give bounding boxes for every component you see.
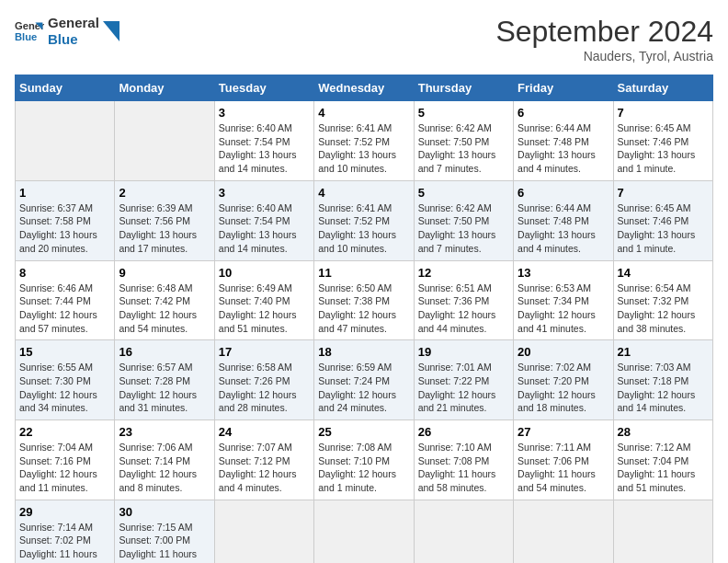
month-title: September 2024 [495, 15, 713, 49]
cell-details: Sunrise: 6:54 AMSunset: 7:32 PMDaylight:… [618, 282, 709, 336]
calendar-cell: 13Sunrise: 6:53 AMSunset: 7:34 PMDayligh… [514, 260, 613, 340]
cell-details: Sunrise: 7:02 AMSunset: 7:20 PMDaylight:… [518, 361, 609, 415]
calendar-row: 8Sunrise: 6:46 AMSunset: 7:44 PMDaylight… [16, 260, 713, 340]
calendar-cell: 28Sunrise: 7:12 AMSunset: 7:04 PMDayligh… [613, 420, 712, 500]
day-number: 7 [618, 106, 709, 120]
calendar-cell: 7Sunrise: 6:45 AMSunset: 7:46 PMDaylight… [613, 180, 712, 260]
calendar-cell [214, 500, 313, 563]
calendar-cell: 3Sunrise: 6:40 AMSunset: 7:54 PMDaylight… [214, 180, 313, 260]
calendar-cell: 14Sunrise: 6:54 AMSunset: 7:32 PMDayligh… [613, 260, 712, 340]
cell-details: Sunrise: 6:59 AMSunset: 7:24 PMDaylight:… [318, 361, 409, 415]
calendar-cell: 12Sunrise: 6:51 AMSunset: 7:36 PMDayligh… [414, 260, 513, 340]
cell-details: Sunrise: 6:51 AMSunset: 7:36 PMDaylight:… [418, 282, 509, 336]
day-number: 2 [119, 186, 210, 200]
day-number: 5 [418, 186, 509, 200]
cell-details: Sunrise: 6:45 AMSunset: 7:46 PMDaylight:… [618, 121, 709, 176]
day-number: 22 [19, 425, 110, 439]
day-number: 14 [618, 266, 709, 280]
cell-details: Sunrise: 6:57 AMSunset: 7:28 PMDaylight:… [119, 361, 210, 415]
calendar-cell: 19Sunrise: 7:01 AMSunset: 7:22 PMDayligh… [414, 340, 513, 420]
calendar-cell [414, 500, 513, 563]
day-number: 15 [19, 345, 110, 359]
logo-text-general: General [48, 15, 99, 31]
calendar-cell [314, 500, 414, 563]
day-number: 24 [219, 425, 310, 439]
cell-details: Sunrise: 7:03 AMSunset: 7:18 PMDaylight:… [618, 361, 709, 415]
cell-details: Sunrise: 7:15 AMSunset: 7:00 PMDaylight:… [119, 521, 210, 563]
col-friday: Friday [514, 75, 613, 101]
cell-details: Sunrise: 7:14 AMSunset: 7:02 PMDaylight:… [19, 521, 110, 563]
svg-marker-3 [103, 21, 119, 41]
calendar-row: 29Sunrise: 7:14 AMSunset: 7:02 PMDayligh… [16, 500, 713, 563]
day-number: 6 [518, 186, 609, 200]
cell-details: Sunrise: 6:41 AMSunset: 7:52 PMDaylight:… [318, 121, 409, 176]
calendar-cell: 16Sunrise: 6:57 AMSunset: 7:28 PMDayligh… [115, 340, 214, 420]
day-number: 16 [119, 345, 210, 359]
calendar-row: 3Sunrise: 6:40 AMSunset: 7:54 PMDaylight… [16, 101, 713, 181]
col-sunday: Sunday [16, 75, 115, 101]
calendar-row: 1Sunrise: 6:37 AMSunset: 7:58 PMDaylight… [16, 180, 713, 260]
day-number: 6 [518, 106, 609, 120]
day-number: 9 [119, 266, 210, 280]
calendar-cell [16, 101, 115, 181]
cell-details: Sunrise: 7:10 AMSunset: 7:08 PMDaylight:… [418, 441, 509, 495]
logo-icon: General Blue [15, 17, 44, 46]
day-number: 18 [318, 345, 409, 359]
col-wednesday: Wednesday [314, 75, 414, 101]
col-tuesday: Tuesday [214, 75, 313, 101]
day-number: 28 [618, 425, 709, 439]
day-number: 21 [618, 345, 709, 359]
cell-details: Sunrise: 6:42 AMSunset: 7:50 PMDaylight:… [418, 121, 509, 176]
calendar-cell: 10Sunrise: 6:49 AMSunset: 7:40 PMDayligh… [214, 260, 313, 340]
calendar-cell: 5Sunrise: 6:42 AMSunset: 7:50 PMDaylight… [414, 101, 513, 181]
calendar-cell: 27Sunrise: 7:11 AMSunset: 7:06 PMDayligh… [514, 420, 613, 500]
calendar-row: 15Sunrise: 6:55 AMSunset: 7:30 PMDayligh… [16, 340, 713, 420]
calendar-cell: 18Sunrise: 6:59 AMSunset: 7:24 PMDayligh… [314, 340, 414, 420]
day-number: 11 [318, 266, 409, 280]
day-number: 13 [518, 266, 609, 280]
cell-details: Sunrise: 6:48 AMSunset: 7:42 PMDaylight:… [119, 282, 210, 336]
day-number: 3 [219, 186, 310, 200]
day-number: 1 [19, 186, 110, 200]
cell-details: Sunrise: 7:04 AMSunset: 7:16 PMDaylight:… [19, 441, 110, 495]
logo-arrow-icon [103, 21, 119, 41]
cell-details: Sunrise: 6:53 AMSunset: 7:34 PMDaylight:… [518, 282, 609, 336]
calendar-cell [514, 500, 613, 563]
col-saturday: Saturday [613, 75, 712, 101]
day-number: 23 [119, 425, 210, 439]
day-number: 27 [518, 425, 609, 439]
day-number: 12 [418, 266, 509, 280]
col-monday: Monday [115, 75, 214, 101]
day-number: 17 [219, 345, 310, 359]
day-number: 3 [219, 106, 310, 120]
calendar-cell: 11Sunrise: 6:50 AMSunset: 7:38 PMDayligh… [314, 260, 414, 340]
calendar-cell [115, 101, 214, 181]
page-header: General Blue General Blue September 2024… [15, 15, 713, 63]
calendar-cell: 9Sunrise: 6:48 AMSunset: 7:42 PMDaylight… [115, 260, 214, 340]
header-row: Sunday Monday Tuesday Wednesday Thursday… [16, 75, 713, 101]
calendar-cell: 4Sunrise: 6:41 AMSunset: 7:52 PMDaylight… [314, 101, 414, 181]
calendar-cell: 21Sunrise: 7:03 AMSunset: 7:18 PMDayligh… [613, 340, 712, 420]
col-thursday: Thursday [414, 75, 513, 101]
day-number: 25 [318, 425, 409, 439]
day-number: 4 [318, 106, 409, 120]
cell-details: Sunrise: 6:40 AMSunset: 7:54 PMDaylight:… [219, 121, 310, 176]
day-number: 29 [19, 505, 110, 519]
day-number: 19 [418, 345, 509, 359]
day-number: 26 [418, 425, 509, 439]
logo-text-blue: Blue [48, 31, 99, 48]
calendar-cell: 4Sunrise: 6:41 AMSunset: 7:52 PMDaylight… [314, 180, 414, 260]
calendar-cell: 15Sunrise: 6:55 AMSunset: 7:30 PMDayligh… [16, 340, 115, 420]
location-subtitle: Nauders, Tyrol, Austria [495, 49, 713, 63]
cell-details: Sunrise: 7:12 AMSunset: 7:04 PMDaylight:… [618, 441, 709, 495]
day-number: 20 [518, 345, 609, 359]
cell-details: Sunrise: 7:11 AMSunset: 7:06 PMDaylight:… [518, 441, 609, 495]
cell-details: Sunrise: 6:49 AMSunset: 7:40 PMDaylight:… [219, 282, 310, 336]
cell-details: Sunrise: 6:37 AMSunset: 7:58 PMDaylight:… [19, 201, 110, 256]
calendar-cell: 3Sunrise: 6:40 AMSunset: 7:54 PMDaylight… [214, 101, 313, 181]
cell-details: Sunrise: 7:07 AMSunset: 7:12 PMDaylight:… [219, 441, 310, 495]
calendar-cell: 24Sunrise: 7:07 AMSunset: 7:12 PMDayligh… [214, 420, 313, 500]
day-number: 10 [219, 266, 310, 280]
calendar-cell: 29Sunrise: 7:14 AMSunset: 7:02 PMDayligh… [16, 500, 115, 563]
calendar-cell: 8Sunrise: 6:46 AMSunset: 7:44 PMDaylight… [16, 260, 115, 340]
